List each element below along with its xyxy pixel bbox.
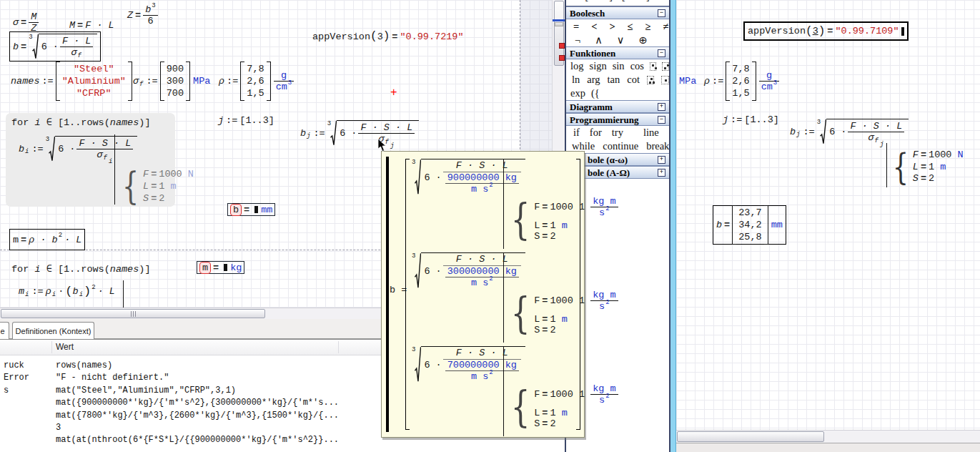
tooltip-block-3: 3 6 ·F · S · L700000000 kgm s2 { F=1000 … [412,346,573,437]
palette-header-funktionen[interactable]: Funktionen− [566,46,669,59]
unit-mpa-right[interactable]: MPa [679,76,696,87]
def-rho[interactable]: ρ := 7,8 2,6 1,5 gcm3 [219,62,294,101]
kw-break[interactable]: break [646,140,669,152]
eq-appversion-left[interactable]: appVersion ( 3 ) = "0.99.7219" [312,30,464,43]
kw-try[interactable]: try [612,127,623,139]
def-j[interactable]: j := [1..3] [218,115,274,126]
fn-product-icon[interactable] [662,62,669,71]
def-j-right[interactable]: j := [1..3] [723,114,779,125]
def-names[interactable]: names := "Steel" "Aluminium" "CFRP" [11,62,132,101]
smath-studio-workspace: σ = MZ M = F · L Z = b36 b = 3 6 ·F · Lσ… [0,0,980,452]
insert-cursor-crosshair: + [390,87,397,99]
right-hscroll-thumb[interactable] [677,431,824,442]
row-value[interactable]: mat({900000000*'kg}/{'m*'s^2},{300000000… [56,397,339,409]
tooltip-block-1: 3 6 ·F · S · L900000000 kgm s2 { F=1000 … [412,159,573,250]
def-rho-right[interactable]: ρ := 7,8 2,6 1,5 gcm3 [704,62,779,101]
result-m-placeholder[interactable]: m = kg [197,261,244,274]
collapse-button[interactable]: − [658,9,665,17]
for-loop-2-header[interactable]: for i ∈ [1..rows(names)] [11,262,151,275]
where-bar-1 [114,134,115,205]
kw-for[interactable]: for [590,127,602,139]
row-value[interactable]: rows(names) [56,360,339,372]
row-label[interactable]: Error [4,372,29,384]
mouse-pointer [377,139,387,153]
fn-arg[interactable]: arg [587,74,600,86]
op-or[interactable]: ∨ [617,34,625,46]
op-equals[interactable]: = [573,21,579,33]
palette-header-programmierung[interactable]: Programmierung− [566,113,669,126]
rho-matrix: 7,8 2,6 1,5 [726,62,756,101]
eq-m-formula[interactable]: m = ρ · b 2 · L [9,229,85,250]
fn-cos[interactable]: cos [630,60,644,72]
eq-moment[interactable]: M = F · L [69,20,114,31]
eq-bj-left[interactable]: bj := 3 6 ·F · S · Lσfj [300,120,419,146]
def-sigmaf[interactable]: σf := 900 300 700 MPa [133,62,210,101]
fn-tan[interactable]: tan [608,74,620,86]
row-value[interactable]: "F - nicht definiert." [56,372,339,384]
result-b-placeholder[interactable]: b = mm [227,203,275,216]
eq-b-formula[interactable]: b = 3 6 ·F · Lσf [9,31,101,62]
row-value[interactable]: mat(at(nthroot(6*{F*S*L}/{{900000000*'kg… [56,434,339,446]
kw-if[interactable]: if [573,127,580,139]
tab-partial[interactable]: e [0,322,9,339]
eq-bi[interactable]: bi := 3 6 ·F · S · Lσfi [19,136,137,162]
tab-definitionen[interactable]: Definitionen (Kontext) [12,322,94,339]
op-greater[interactable]: > [610,21,615,33]
row-label[interactable]: s [4,385,29,397]
split-handle[interactable] [553,19,565,21]
conditions-right[interactable]: { F=1000 N L=1 m S=2 [889,149,964,185]
tooltip-lhs: b = [390,285,407,295]
eq-mi[interactable]: mi := ρi · ( bi ) 2 · L [19,285,115,298]
kw-line[interactable]: line [643,127,659,139]
right-hscrollbar[interactable] [676,430,980,443]
fn-sin[interactable]: sin [613,60,625,72]
fn-sum-icon[interactable] [650,62,657,71]
row-value[interactable]: 3 [56,422,339,434]
op-less[interactable]: < [591,21,597,33]
right-status-strip [676,443,980,452]
fn-cot[interactable]: cot [627,74,640,86]
fn-ln[interactable]: ln [572,74,580,86]
eq-z[interactable]: Z = b36 [127,4,158,26]
op-xor[interactable]: ⊕ [638,34,647,46]
text-cursor [901,27,904,36]
row-value[interactable]: mat("Steel","Aluminium","CFRP",3,1) [56,385,339,397]
where-bar-right [886,143,887,187]
row-value[interactable]: mat({7800*'kg}/{'m^3},{2600*'kg}/{'m^3},… [56,410,339,422]
op-neq[interactable]: ≠ [663,21,669,33]
op-geq[interactable]: ≥ [645,21,651,33]
fn-function-icon[interactable]: ({ [591,87,600,99]
result-b-right[interactable]: b = 23,7 34,2 25,8 mm [713,205,786,245]
fn-exp[interactable]: exp [570,87,585,99]
fn-sign[interactable]: sign [590,60,607,72]
var-m-error: m [199,262,211,274]
matrix-palette-icons[interactable]: ■ [...] [...] ■. ■.. [572,0,669,2]
fn-integral-icon[interactable] [661,76,669,84]
column-header-wert[interactable]: Wert [56,340,74,355]
kw-continue[interactable]: continue [603,140,638,152]
error-marker-2[interactable] [559,55,565,61]
left-hscroll-thumb[interactable] [1,309,265,318]
op-and[interactable]: ∧ [595,34,603,46]
collapse-button[interactable]: − [658,49,665,57]
palette-header-diagramm[interactable]: Diagramm+ [566,100,669,113]
eq-sigma[interactable]: σ = MZ [13,11,39,34]
var-sigma: σ [13,17,19,28]
where-bar-2 [123,280,124,308]
expand-button[interactable]: + [658,156,665,164]
expand-button[interactable]: + [658,103,665,111]
fn-derivative-icon[interactable] [647,76,655,84]
eq-appversion-right[interactable]: appVersion ( 3 ) = "0.99.7109" [743,21,909,41]
fn-log[interactable]: log [570,60,584,72]
conditions-1[interactable]: { F=1000 N L=1 m S=2 [119,167,194,205]
names-matrix: "Steel" "Aluminium" "CFRP" [56,62,132,101]
collapse-button[interactable]: − [658,116,665,124]
palette-header-boolesch[interactable]: Boolesch− [566,6,669,19]
for-loop-1-header[interactable]: for i ∈ [1..rows(names)] [11,116,151,128]
error-marker-1[interactable] [559,43,565,49]
row-label[interactable]: ruck [4,360,29,372]
expand-button[interactable]: + [658,169,665,177]
eq-bj-right[interactable]: bj := 3 6 ·F · S · Lσfj [790,119,909,144]
op-leq[interactable]: ≤ [628,21,633,33]
op-not[interactable]: ¬ [575,34,580,46]
